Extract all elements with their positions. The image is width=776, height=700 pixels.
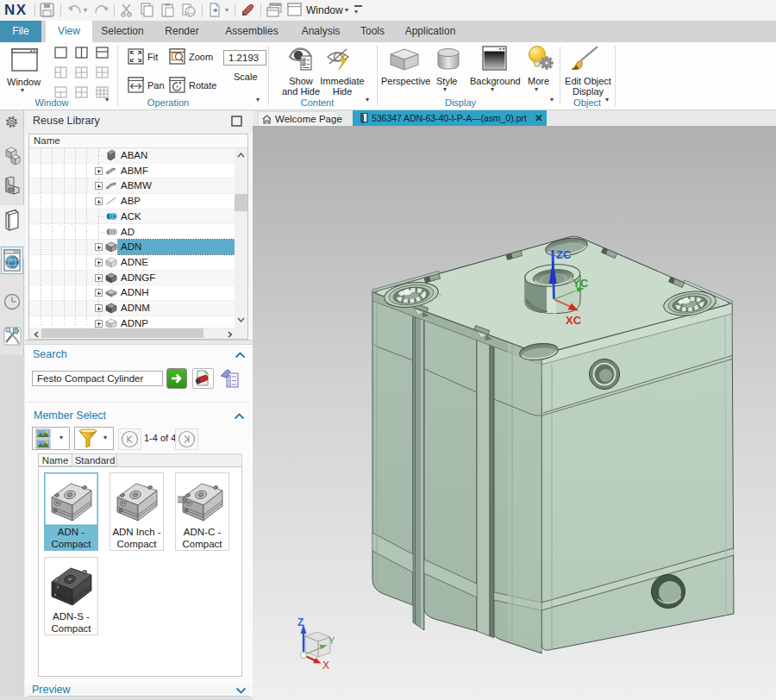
svg-text:Y: Y — [329, 635, 335, 646]
svg-text:YC: YC — [573, 277, 589, 290]
svg-text:X: X — [322, 659, 329, 672]
svg-text:XC: XC — [566, 314, 582, 327]
svg-text:ZC: ZC — [556, 248, 572, 261]
svg-text:Z: Z — [297, 616, 304, 628]
